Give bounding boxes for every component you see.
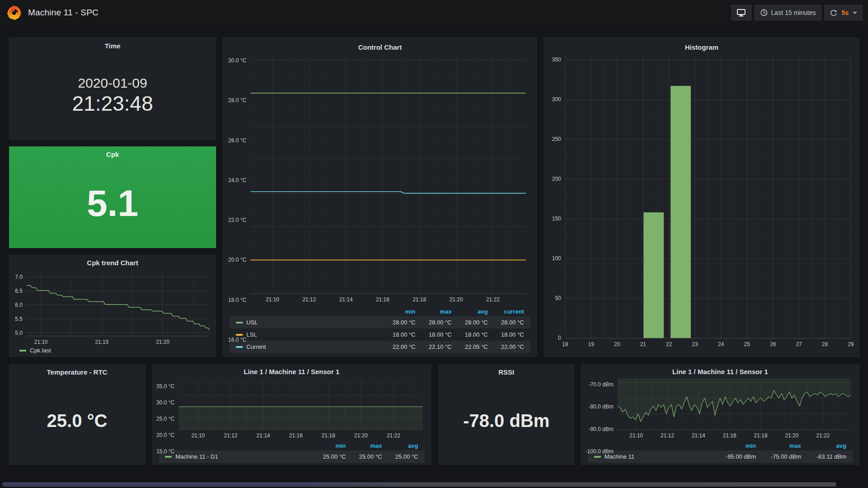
legend-table: minmaxavgcurrentUSL28.00 °C28.00 °C28.00… (230, 306, 530, 353)
x-tick-label: 25 (744, 341, 750, 347)
x-tick-label: 21:16 (723, 432, 736, 439)
legend-stat-value: 25.00 °C (382, 453, 418, 460)
y-tick-label: 200 (552, 176, 561, 182)
legend: Cpk.last (9, 346, 216, 357)
legend-stat-header[interactable]: max (415, 308, 452, 315)
series-color-swatch (594, 456, 601, 458)
series-color-swatch (236, 346, 243, 348)
y-tick-label: 6.0 (15, 302, 23, 308)
panel-title[interactable]: Histogram (544, 38, 859, 56)
kiosk-mode-button[interactable] (731, 5, 751, 20)
y-tick-label: 26.0 °C (228, 137, 246, 144)
y-axis: -70.0 dBm-80.0 dBm-90.0 dBm-100.0 dBm (581, 378, 618, 430)
legend-stat-header[interactable]: avg (801, 442, 846, 449)
panel-temperature-rtc: Temperature - RTC 25.0 °C (9, 364, 145, 465)
legend-series[interactable]: Machine 11 - D1 (165, 453, 310, 460)
stat-temperature-value: 25.0 °C (9, 410, 145, 431)
refresh-picker[interactable]: 5s (825, 5, 863, 20)
plot-area[interactable] (27, 270, 209, 336)
legend-stat-value: 22.00 °C (379, 343, 415, 350)
y-tick-label: 20.0 °C (228, 257, 246, 263)
x-axis: 21:1021:1521:20 (27, 336, 209, 346)
y-tick-label: -70.0 dBm (589, 381, 613, 388)
y-tick-label: 22.0 °C (228, 217, 246, 223)
y-tick-label: 5.5 (15, 316, 23, 322)
x-tick-label: 21:14 (339, 296, 353, 303)
legend-stat-header[interactable]: min (711, 442, 756, 449)
panel-title[interactable]: Line 1 / Machine 11 / Sensor 1 (581, 365, 859, 378)
panel-title[interactable]: Line 1 / Machine 11 / Sensor 1 (152, 365, 431, 378)
top-navbar: Machine 11 - SPC Last 15 minutes (0, 0, 868, 25)
legend-stat-header[interactable]: max (346, 442, 382, 449)
dashboard-title[interactable]: Machine 11 - SPC (28, 8, 99, 18)
x-tick-label: 20 (614, 341, 620, 347)
legend-stat-header[interactable]: min (310, 442, 346, 449)
panel-control-chart: Control Chart 30.0 °C28.0 °C26.0 °C24.0 … (223, 38, 537, 357)
panel-cpk-trend: Cpk trend Chart 7.06.56.05.55.0 21:1021:… (9, 254, 216, 357)
legend-stat-value: 18.00 °C (379, 331, 415, 338)
y-tick-label: 20.0 °C (156, 432, 175, 438)
y-tick-label: -80.0 dBm (589, 404, 613, 410)
panel-title[interactable]: Cpk (9, 146, 216, 162)
x-tick-label: 21:14 (256, 432, 270, 439)
panel-sensor1-temp: Line 1 / Machine 11 / Sensor 1 35.0 °C30… (152, 364, 431, 465)
panel-title[interactable]: RSSI (439, 365, 574, 379)
x-tick-label: 21:18 (413, 296, 426, 303)
legend-stat-header[interactable]: avg (382, 442, 418, 449)
stat-cpk-value: 5.1 (9, 182, 216, 225)
panel-title[interactable]: Control Chart (223, 38, 537, 56)
cpk-trend-chart: 7.06.56.05.55.0 21:1021:1521:20 (9, 270, 216, 346)
plot-area[interactable] (618, 378, 851, 430)
chevron-down-icon (853, 12, 857, 14)
legend-series[interactable]: LSL (236, 331, 379, 338)
legend-table: minmaxavgMachine 11 - D125.00 °C25.00 °C… (159, 441, 425, 463)
panel-title[interactable]: Temperature - RTC (9, 365, 145, 379)
x-tick-label: 23 (692, 341, 698, 347)
control-chart: 30.0 °C28.0 °C26.0 °C24.0 °C22.0 °C20.0 … (223, 56, 537, 306)
legend-stat-value: 28.00 °C (488, 319, 524, 326)
panel-title[interactable]: Time (9, 38, 216, 53)
y-axis: 7.06.56.05.55.0 (9, 270, 27, 336)
panel-sensor1-rssi: Line 1 / Machine 11 / Sensor 1 -70.0 dBm… (581, 364, 859, 465)
legend-stat-value: 25.00 °C (346, 453, 382, 460)
monitor-icon (737, 9, 745, 17)
legend-series[interactable]: USL (236, 319, 379, 326)
y-tick-label: 6.5 (15, 288, 23, 294)
legend-stat-header[interactable]: avg (452, 308, 488, 315)
stat-date-value: 2020-01-09 (9, 75, 216, 92)
time-range-picker[interactable]: Last 15 minutes (755, 5, 822, 20)
legend-stat-value: 25.00 °C (310, 453, 346, 460)
y-tick-label: 15.0 °C (156, 448, 175, 455)
y-tick-label: 7.0 (15, 274, 23, 280)
legend-stat-header[interactable]: max (756, 442, 801, 449)
legend-stat-header[interactable]: min (379, 308, 415, 315)
y-tick-label: 25.0 °C (156, 416, 175, 422)
y-tick-label: 18.0 °C (228, 297, 246, 303)
legend-stat-value: 18.00 °C (488, 331, 524, 338)
legend-series-label[interactable]: Cpk.last (30, 347, 51, 354)
x-tick-label: 21:16 (376, 296, 389, 303)
grafana-logo[interactable] (6, 5, 22, 21)
legend-stat-header[interactable]: current (488, 308, 524, 315)
x-tick-label: 21:10 (191, 432, 205, 439)
x-tick-label: 21:16 (289, 432, 302, 439)
panel-time: Time 2020-01-09 21:23:48 (9, 38, 216, 140)
panel-cpk: Cpk 5.1 (9, 146, 216, 248)
y-tick-label: 30.0 °C (156, 399, 175, 406)
x-tick-label: 21:20 (785, 432, 798, 439)
legend-header-row: minmaxavg (588, 441, 853, 450)
stat-clock-value: 21:23:48 (9, 91, 216, 115)
legend-series[interactable]: Current (236, 343, 379, 350)
horizontal-scrollbar[interactable] (2, 482, 836, 487)
x-tick-label: 21:20 (449, 296, 463, 303)
y-tick-label: 35.0 °C (156, 383, 175, 389)
plot-area[interactable] (250, 56, 526, 294)
legend-stat-value: 28.00 °C (415, 319, 452, 326)
panel-title[interactable]: Cpk trend Chart (9, 255, 216, 270)
x-tick-label: 27 (796, 341, 802, 347)
plot-area[interactable] (565, 56, 851, 338)
y-tick-label: 16.0 °C (228, 337, 246, 343)
plot-area[interactable] (179, 378, 423, 430)
x-tick-label: 21:12 (302, 296, 316, 303)
x-tick-label: 26 (770, 341, 776, 347)
